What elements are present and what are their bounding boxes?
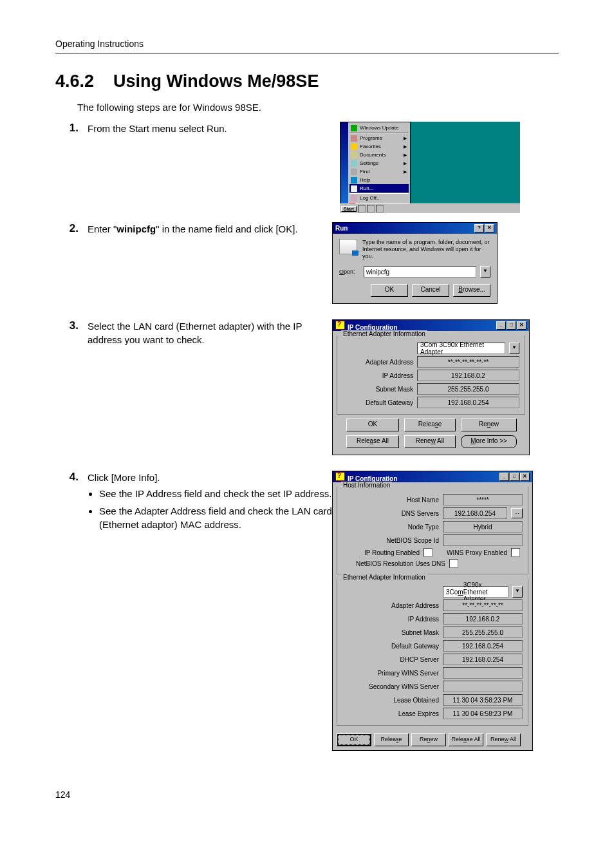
dhcp-server-value: 192.168.0.254 <box>443 654 523 665</box>
ipconfig-small-title: IP Configuration <box>348 324 398 331</box>
step-1-text: From the Start menu select Run. <box>88 122 227 135</box>
renew-all-button-big[interactable]: Renew All <box>486 733 521 746</box>
running-header: Operating Instructions <box>55 39 559 49</box>
sm-logoff[interactable]: Log Off... <box>360 195 381 201</box>
step-2: 2. Enter "winipcfg" in the name field an… <box>55 222 559 304</box>
sm-run[interactable]: Run... <box>360 185 373 191</box>
open-dropdown-btn[interactable]: ▼ <box>480 266 490 278</box>
ipconfig-big-title: IP Configuration <box>348 475 398 482</box>
netbios-dns-label: NetBIOS Resolution Uses DNS <box>342 560 445 567</box>
default-gateway-label: Default Gateway <box>342 399 413 406</box>
sm-programs[interactable]: Programs <box>360 135 382 141</box>
ip-routing-label: IP Routing Enabled <box>342 549 420 556</box>
netbios-dns-checkbox[interactable] <box>449 559 458 568</box>
tray-icon[interactable] <box>376 205 384 212</box>
minimize-icon[interactable]: _ <box>496 321 506 330</box>
lease-obtained-label: Lease Obtained <box>342 697 439 704</box>
step-2-text: Enter "winipcfg" in the name field and c… <box>88 222 298 236</box>
ip-address-label: IP Address <box>342 372 413 379</box>
adapter-select[interactable]: 3Com 3C90x Ethernet Adapter <box>417 343 505 354</box>
sm-find[interactable]: Find <box>360 169 370 175</box>
close-icon[interactable]: ✕ <box>517 321 526 330</box>
group-ethernet-big: Ethernet Adapter Information <box>341 574 427 581</box>
start-button[interactable]: Start <box>341 206 357 212</box>
sm-help[interactable]: Help <box>360 177 370 183</box>
step-4-bullet-2: See the Adapter Address field and check … <box>99 504 332 531</box>
maximize-icon[interactable]: □ <box>510 473 519 481</box>
default-gateway-label-big: Default Gateway <box>342 643 439 650</box>
netbios-scope-label: NetBIOS Scope Id <box>342 537 439 544</box>
ip-address-value-big: 192.168.0.2 <box>443 613 523 625</box>
intro-text: The following steps are for Windows 98SE… <box>77 102 559 113</box>
default-gateway-value: 192.168.0.254 <box>417 397 519 408</box>
taskbar: Start <box>340 203 520 213</box>
heading-text: Using Windows Me/98SE <box>113 71 319 91</box>
step-num-4: 4. <box>55 471 88 484</box>
step-num-1: 1. <box>55 122 88 135</box>
section-heading: 4.6.2 Using Windows Me/98SE <box>55 71 559 91</box>
group-ethernet: Ethernet Adapter Information <box>341 330 427 337</box>
host-name-value: ***** <box>443 494 523 505</box>
host-name-label: Host Name <box>342 496 439 504</box>
browse-button[interactable]: Browse... <box>453 284 490 297</box>
more-info-button[interactable]: More Info >> <box>461 435 517 448</box>
run-title: Run <box>335 225 348 232</box>
adapter-address-value: **-**-**-**-**-** <box>417 356 519 368</box>
dns-more-button[interactable]: … <box>511 508 523 518</box>
wins-proxy-checkbox[interactable] <box>511 548 520 557</box>
sm-favorites[interactable]: Favorites <box>360 144 381 149</box>
tray-icon[interactable] <box>367 205 375 212</box>
default-gateway-value-big: 192.168.0.254 <box>443 640 523 652</box>
open-input[interactable]: winipcfg <box>364 266 476 278</box>
step-4: 4. Click [More Info]. See the IP Address… <box>55 471 559 751</box>
minimize-icon[interactable]: _ <box>499 473 509 481</box>
dns-servers-value: 192.168.0.254 <box>443 507 507 519</box>
release-button[interactable]: Release <box>404 419 456 431</box>
ipconfig-big: IP Configuration _ □ ✕ Host Information … <box>332 471 533 751</box>
secondary-wins-value <box>443 681 523 692</box>
release-all-button[interactable]: Release All <box>346 435 399 448</box>
release-button-big[interactable]: Release <box>374 733 409 746</box>
adapter-address-value-big: **-**-**-**-**-** <box>443 599 523 611</box>
run-icon <box>339 239 357 254</box>
adapter-dropdown-btn-big[interactable]: ▼ <box>512 586 523 598</box>
step-num-3: 3. <box>55 319 88 332</box>
node-type-label: Node Type <box>342 524 439 531</box>
help-icon[interactable]: ? <box>474 224 484 232</box>
lease-obtained-value: 11 30 04 3:58:23 PM <box>443 694 523 706</box>
dhcp-server-label: DHCP Server <box>342 656 439 663</box>
renew-all-button[interactable]: Renew All <box>404 435 456 448</box>
adapter-address-label: Adapter Address <box>342 359 413 366</box>
lease-expires-label: Lease Expires <box>342 710 439 717</box>
run-message: Type the name of a program, folder, docu… <box>362 239 490 259</box>
close-icon[interactable]: ✕ <box>520 473 530 481</box>
sm-windows-update[interactable]: Windows Update <box>360 125 398 131</box>
close-icon[interactable]: ✕ <box>485 224 494 232</box>
subnet-mask-value-big: 255.255.255.0 <box>443 627 523 638</box>
subnet-mask-value: 255.255.255.0 <box>417 383 519 395</box>
step-num-2: 2. <box>55 222 88 235</box>
header-rule <box>55 53 559 53</box>
ok-button[interactable]: OK <box>346 419 399 431</box>
step-4-bullet-1: See the IP Address field and check the s… <box>99 487 332 500</box>
ok-button[interactable]: OK <box>371 284 408 297</box>
ipconfig-small: IP Configuration _ □ ✕ Ethernet Adapter … <box>332 319 530 455</box>
step-3-text: Select the LAN card (Ethernet adapter) w… <box>88 319 332 346</box>
ipconfig-icon <box>335 472 345 481</box>
renew-button[interactable]: Renew <box>461 419 517 431</box>
ip-address-value: 192.168.0.2 <box>417 370 519 381</box>
release-all-button-big[interactable]: Release All <box>449 733 483 746</box>
adapter-dropdown-btn[interactable]: ▼ <box>509 343 519 354</box>
step-1: 1. From the Start menu select Run. Windo… <box>55 122 559 213</box>
ip-routing-checkbox[interactable] <box>423 548 433 557</box>
node-type-value: Hybrid <box>443 521 523 533</box>
start-menu-screenshot: Windows Update Programs▶ Favorites▶ Docu… <box>340 122 520 213</box>
cancel-button[interactable]: Cancel <box>412 284 449 297</box>
sm-settings[interactable]: Settings <box>360 160 378 166</box>
tray-icon[interactable] <box>358 205 366 212</box>
ok-button-big[interactable]: OK <box>337 733 371 746</box>
renew-button-big[interactable]: Renew <box>411 733 446 746</box>
adapter-select-big[interactable]: 3Com 3C90x Ethernet Adapter <box>443 586 508 598</box>
maximize-icon[interactable]: □ <box>507 321 516 330</box>
sm-documents[interactable]: Documents <box>360 152 386 158</box>
